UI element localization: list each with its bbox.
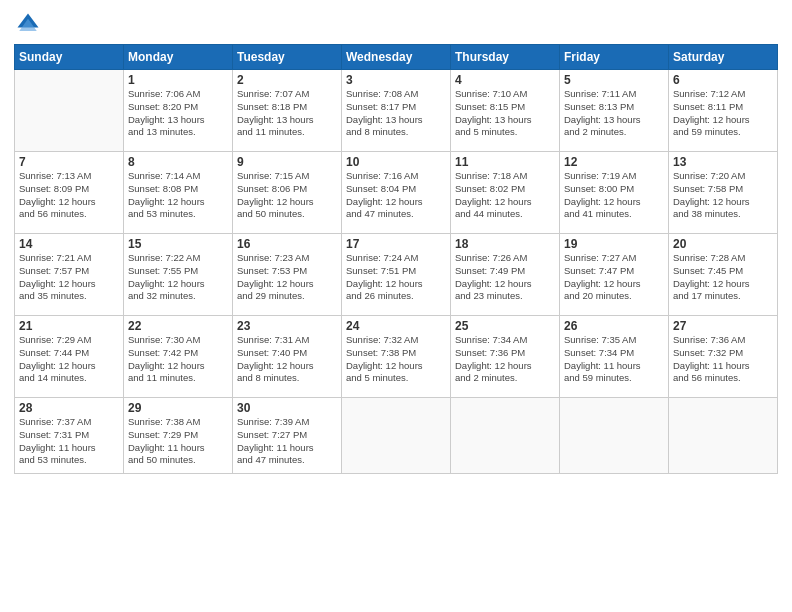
day-info: Sunrise: 7:14 AMSunset: 8:08 PMDaylight:… xyxy=(128,170,228,221)
day-info: Sunrise: 7:32 AMSunset: 7:38 PMDaylight:… xyxy=(346,334,446,385)
day-info: Sunrise: 7:08 AMSunset: 8:17 PMDaylight:… xyxy=(346,88,446,139)
day-info: Sunrise: 7:30 AMSunset: 7:42 PMDaylight:… xyxy=(128,334,228,385)
day-number: 15 xyxy=(128,237,228,251)
day-number: 1 xyxy=(128,73,228,87)
day-info: Sunrise: 7:36 AMSunset: 7:32 PMDaylight:… xyxy=(673,334,773,385)
day-number: 21 xyxy=(19,319,119,333)
calendar-cell: 17Sunrise: 7:24 AMSunset: 7:51 PMDayligh… xyxy=(342,234,451,316)
calendar-cell: 11Sunrise: 7:18 AMSunset: 8:02 PMDayligh… xyxy=(451,152,560,234)
day-info: Sunrise: 7:34 AMSunset: 7:36 PMDaylight:… xyxy=(455,334,555,385)
calendar: SundayMondayTuesdayWednesdayThursdayFrid… xyxy=(14,44,778,474)
day-info: Sunrise: 7:10 AMSunset: 8:15 PMDaylight:… xyxy=(455,88,555,139)
calendar-cell xyxy=(451,398,560,474)
day-number: 8 xyxy=(128,155,228,169)
logo-icon xyxy=(14,10,42,38)
day-info: Sunrise: 7:26 AMSunset: 7:49 PMDaylight:… xyxy=(455,252,555,303)
day-info: Sunrise: 7:21 AMSunset: 7:57 PMDaylight:… xyxy=(19,252,119,303)
day-number: 14 xyxy=(19,237,119,251)
calendar-cell: 28Sunrise: 7:37 AMSunset: 7:31 PMDayligh… xyxy=(15,398,124,474)
calendar-cell: 25Sunrise: 7:34 AMSunset: 7:36 PMDayligh… xyxy=(451,316,560,398)
calendar-cell: 2Sunrise: 7:07 AMSunset: 8:18 PMDaylight… xyxy=(233,70,342,152)
day-number: 24 xyxy=(346,319,446,333)
day-info: Sunrise: 7:27 AMSunset: 7:47 PMDaylight:… xyxy=(564,252,664,303)
calendar-cell: 7Sunrise: 7:13 AMSunset: 8:09 PMDaylight… xyxy=(15,152,124,234)
day-number: 5 xyxy=(564,73,664,87)
calendar-week-5: 28Sunrise: 7:37 AMSunset: 7:31 PMDayligh… xyxy=(15,398,778,474)
calendar-cell: 20Sunrise: 7:28 AMSunset: 7:45 PMDayligh… xyxy=(669,234,778,316)
calendar-week-3: 14Sunrise: 7:21 AMSunset: 7:57 PMDayligh… xyxy=(15,234,778,316)
day-info: Sunrise: 7:19 AMSunset: 8:00 PMDaylight:… xyxy=(564,170,664,221)
calendar-cell: 8Sunrise: 7:14 AMSunset: 8:08 PMDaylight… xyxy=(124,152,233,234)
day-number: 18 xyxy=(455,237,555,251)
day-number: 16 xyxy=(237,237,337,251)
day-number: 13 xyxy=(673,155,773,169)
calendar-cell: 5Sunrise: 7:11 AMSunset: 8:13 PMDaylight… xyxy=(560,70,669,152)
calendar-cell: 23Sunrise: 7:31 AMSunset: 7:40 PMDayligh… xyxy=(233,316,342,398)
header-tuesday: Tuesday xyxy=(233,45,342,70)
calendar-week-4: 21Sunrise: 7:29 AMSunset: 7:44 PMDayligh… xyxy=(15,316,778,398)
calendar-cell: 9Sunrise: 7:15 AMSunset: 8:06 PMDaylight… xyxy=(233,152,342,234)
calendar-cell: 18Sunrise: 7:26 AMSunset: 7:49 PMDayligh… xyxy=(451,234,560,316)
calendar-week-1: 1Sunrise: 7:06 AMSunset: 8:20 PMDaylight… xyxy=(15,70,778,152)
day-info: Sunrise: 7:39 AMSunset: 7:27 PMDaylight:… xyxy=(237,416,337,467)
day-number: 27 xyxy=(673,319,773,333)
day-info: Sunrise: 7:31 AMSunset: 7:40 PMDaylight:… xyxy=(237,334,337,385)
header-wednesday: Wednesday xyxy=(342,45,451,70)
day-info: Sunrise: 7:29 AMSunset: 7:44 PMDaylight:… xyxy=(19,334,119,385)
day-info: Sunrise: 7:15 AMSunset: 8:06 PMDaylight:… xyxy=(237,170,337,221)
day-number: 17 xyxy=(346,237,446,251)
calendar-cell: 1Sunrise: 7:06 AMSunset: 8:20 PMDaylight… xyxy=(124,70,233,152)
calendar-cell: 30Sunrise: 7:39 AMSunset: 7:27 PMDayligh… xyxy=(233,398,342,474)
day-number: 20 xyxy=(673,237,773,251)
calendar-cell: 22Sunrise: 7:30 AMSunset: 7:42 PMDayligh… xyxy=(124,316,233,398)
calendar-cell: 6Sunrise: 7:12 AMSunset: 8:11 PMDaylight… xyxy=(669,70,778,152)
calendar-cell: 12Sunrise: 7:19 AMSunset: 8:00 PMDayligh… xyxy=(560,152,669,234)
calendar-week-2: 7Sunrise: 7:13 AMSunset: 8:09 PMDaylight… xyxy=(15,152,778,234)
day-number: 26 xyxy=(564,319,664,333)
calendar-cell: 4Sunrise: 7:10 AMSunset: 8:15 PMDaylight… xyxy=(451,70,560,152)
day-number: 9 xyxy=(237,155,337,169)
calendar-cell: 3Sunrise: 7:08 AMSunset: 8:17 PMDaylight… xyxy=(342,70,451,152)
calendar-cell: 19Sunrise: 7:27 AMSunset: 7:47 PMDayligh… xyxy=(560,234,669,316)
page: SundayMondayTuesdayWednesdayThursdayFrid… xyxy=(0,0,792,612)
calendar-cell: 14Sunrise: 7:21 AMSunset: 7:57 PMDayligh… xyxy=(15,234,124,316)
calendar-cell xyxy=(342,398,451,474)
day-info: Sunrise: 7:28 AMSunset: 7:45 PMDaylight:… xyxy=(673,252,773,303)
calendar-cell: 15Sunrise: 7:22 AMSunset: 7:55 PMDayligh… xyxy=(124,234,233,316)
calendar-cell xyxy=(669,398,778,474)
day-info: Sunrise: 7:20 AMSunset: 7:58 PMDaylight:… xyxy=(673,170,773,221)
calendar-header-row: SundayMondayTuesdayWednesdayThursdayFrid… xyxy=(15,45,778,70)
day-info: Sunrise: 7:11 AMSunset: 8:13 PMDaylight:… xyxy=(564,88,664,139)
calendar-cell xyxy=(15,70,124,152)
calendar-cell: 13Sunrise: 7:20 AMSunset: 7:58 PMDayligh… xyxy=(669,152,778,234)
day-number: 3 xyxy=(346,73,446,87)
header-saturday: Saturday xyxy=(669,45,778,70)
day-info: Sunrise: 7:35 AMSunset: 7:34 PMDaylight:… xyxy=(564,334,664,385)
day-number: 6 xyxy=(673,73,773,87)
day-number: 4 xyxy=(455,73,555,87)
day-number: 23 xyxy=(237,319,337,333)
header-sunday: Sunday xyxy=(15,45,124,70)
day-info: Sunrise: 7:16 AMSunset: 8:04 PMDaylight:… xyxy=(346,170,446,221)
calendar-cell: 21Sunrise: 7:29 AMSunset: 7:44 PMDayligh… xyxy=(15,316,124,398)
day-number: 22 xyxy=(128,319,228,333)
calendar-cell: 26Sunrise: 7:35 AMSunset: 7:34 PMDayligh… xyxy=(560,316,669,398)
day-info: Sunrise: 7:06 AMSunset: 8:20 PMDaylight:… xyxy=(128,88,228,139)
header-thursday: Thursday xyxy=(451,45,560,70)
header xyxy=(14,10,778,38)
calendar-cell xyxy=(560,398,669,474)
calendar-cell: 29Sunrise: 7:38 AMSunset: 7:29 PMDayligh… xyxy=(124,398,233,474)
day-info: Sunrise: 7:23 AMSunset: 7:53 PMDaylight:… xyxy=(237,252,337,303)
day-number: 29 xyxy=(128,401,228,415)
day-info: Sunrise: 7:22 AMSunset: 7:55 PMDaylight:… xyxy=(128,252,228,303)
day-number: 12 xyxy=(564,155,664,169)
day-info: Sunrise: 7:24 AMSunset: 7:51 PMDaylight:… xyxy=(346,252,446,303)
day-info: Sunrise: 7:12 AMSunset: 8:11 PMDaylight:… xyxy=(673,88,773,139)
day-info: Sunrise: 7:37 AMSunset: 7:31 PMDaylight:… xyxy=(19,416,119,467)
day-number: 28 xyxy=(19,401,119,415)
day-number: 19 xyxy=(564,237,664,251)
calendar-cell: 10Sunrise: 7:16 AMSunset: 8:04 PMDayligh… xyxy=(342,152,451,234)
day-info: Sunrise: 7:07 AMSunset: 8:18 PMDaylight:… xyxy=(237,88,337,139)
day-info: Sunrise: 7:18 AMSunset: 8:02 PMDaylight:… xyxy=(455,170,555,221)
calendar-cell: 27Sunrise: 7:36 AMSunset: 7:32 PMDayligh… xyxy=(669,316,778,398)
